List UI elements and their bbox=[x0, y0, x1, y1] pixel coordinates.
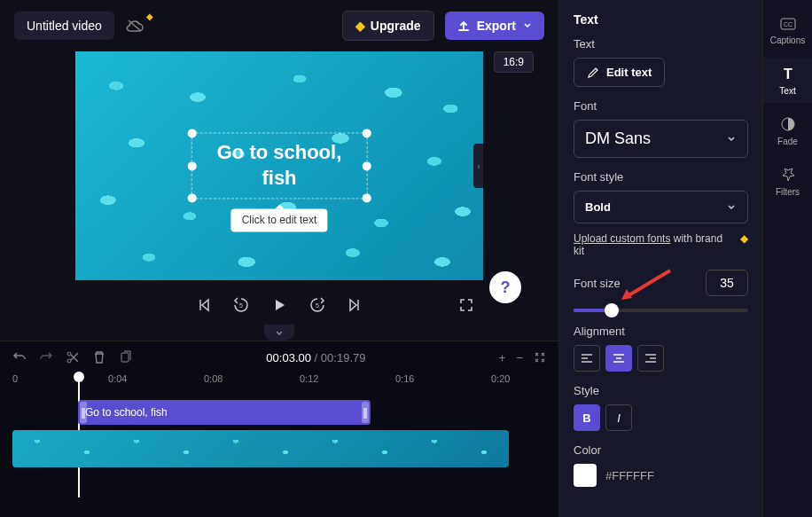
project-title[interactable]: Untitled video bbox=[14, 12, 114, 40]
svg-text:5: 5 bbox=[316, 302, 319, 309]
clip-trim-left[interactable]: ‖ bbox=[80, 402, 87, 423]
video-clip[interactable] bbox=[12, 430, 509, 467]
clip-trim-right[interactable]: ‖ bbox=[362, 402, 369, 423]
video-preview[interactable]: Go to school, fish Click to edit text › bbox=[75, 51, 483, 280]
edit-tooltip: Click to edit text bbox=[231, 209, 328, 232]
fullscreen-button[interactable] bbox=[459, 298, 473, 312]
resize-handle[interactable] bbox=[188, 161, 197, 170]
font-style-label: Font style bbox=[574, 170, 748, 184]
fade-icon bbox=[779, 115, 797, 133]
slider-thumb[interactable] bbox=[605, 303, 619, 317]
text-properties-panel: Text Text Edit text Font DM Sans Font st… bbox=[558, 0, 762, 517]
zoom-fit-button[interactable] bbox=[534, 351, 546, 364]
svg-text:5: 5 bbox=[239, 302, 243, 309]
color-swatch[interactable] bbox=[574, 464, 597, 487]
align-center-button[interactable] bbox=[605, 345, 632, 372]
edit-text-button[interactable]: Edit text bbox=[574, 58, 665, 87]
timeline-ruler[interactable]: 0 0:04 0:08 0:12 0:16 0:20 bbox=[0, 373, 558, 391]
timecode: 00:03.00 / 00:19.79 bbox=[266, 351, 365, 364]
font-label: Font bbox=[574, 99, 748, 113]
resize-handle[interactable] bbox=[362, 161, 371, 170]
sidebar-item-captions[interactable]: CC Captions bbox=[763, 9, 812, 52]
export-label: Export bbox=[477, 19, 516, 33]
color-label: Color bbox=[574, 443, 748, 457]
pen-icon bbox=[587, 67, 599, 79]
play-button[interactable] bbox=[271, 297, 287, 313]
sidebar-item-text[interactable]: T Text bbox=[763, 58, 812, 103]
style-label: Style bbox=[574, 384, 748, 397]
delete-button[interactable] bbox=[92, 350, 106, 364]
svg-rect-5 bbox=[121, 353, 129, 362]
upgrade-button[interactable]: ◆ Upgrade bbox=[342, 11, 434, 41]
skip-end-button[interactable] bbox=[347, 298, 362, 312]
zoom-out-button[interactable]: − bbox=[516, 351, 523, 364]
undo-button[interactable] bbox=[12, 350, 27, 364]
panel-expand-handle[interactable]: › bbox=[473, 144, 483, 188]
diamond-icon: ◆ bbox=[740, 232, 748, 245]
font-style-select[interactable]: Bold bbox=[574, 191, 748, 223]
font-size-slider[interactable] bbox=[574, 309, 748, 312]
align-right-button[interactable] bbox=[637, 345, 664, 372]
sidebar-item-filters[interactable]: Filters bbox=[763, 159, 812, 204]
italic-button[interactable]: I bbox=[605, 404, 632, 431]
redo-button[interactable] bbox=[39, 350, 53, 364]
bold-button[interactable]: B bbox=[574, 404, 600, 431]
svg-point-3 bbox=[67, 359, 71, 363]
diamond-icon: ◆ bbox=[146, 12, 153, 21]
forward-5-button[interactable]: 5 bbox=[308, 296, 326, 314]
split-button[interactable] bbox=[66, 350, 80, 364]
upload-icon bbox=[457, 20, 470, 32]
skip-start-button[interactable] bbox=[197, 298, 211, 312]
overlay-text: Go to school, fish bbox=[217, 140, 342, 191]
zoom-in-button[interactable]: + bbox=[499, 351, 506, 364]
font-size-input[interactable] bbox=[706, 270, 748, 296]
cloud-sync-icon[interactable]: ◆ bbox=[125, 19, 144, 33]
text-label: Text bbox=[574, 37, 748, 51]
panel-heading: Text bbox=[574, 12, 748, 27]
export-button[interactable]: Export bbox=[445, 12, 544, 40]
resize-handle[interactable] bbox=[362, 194, 371, 203]
chevron-down-icon bbox=[726, 134, 737, 145]
color-hex: #FFFFFF bbox=[605, 469, 654, 482]
svg-point-4 bbox=[67, 352, 71, 356]
text-clip[interactable]: ‖ Go to school, fish ‖ bbox=[78, 400, 371, 425]
upload-fonts-link[interactable]: Upload custom fonts with brand kit ◆ bbox=[574, 232, 748, 257]
font-select[interactable]: DM Sans bbox=[574, 120, 748, 158]
captions-icon: CC bbox=[779, 16, 797, 32]
resize-handle[interactable] bbox=[362, 129, 371, 137]
clip-label: Go to school, fish bbox=[85, 406, 168, 419]
svg-text:T: T bbox=[784, 67, 792, 82]
font-size-label: Font size bbox=[574, 277, 621, 290]
aspect-ratio-button[interactable]: 16:9 bbox=[494, 51, 534, 73]
chevron-down-icon bbox=[726, 202, 737, 213]
duplicate-button[interactable] bbox=[119, 350, 133, 364]
upgrade-label: Upgrade bbox=[371, 19, 421, 33]
filters-icon bbox=[779, 166, 797, 184]
text-overlay-box[interactable]: Go to school, fish Click to edit text bbox=[191, 132, 368, 199]
diamond-icon: ◆ bbox=[355, 19, 365, 33]
chevron-down-icon bbox=[523, 21, 532, 30]
align-left-button[interactable] bbox=[574, 345, 600, 372]
help-button[interactable]: ? bbox=[489, 271, 521, 303]
sidebar-item-fade[interactable]: Fade bbox=[763, 108, 812, 153]
rewind-5-button[interactable]: 5 bbox=[232, 296, 250, 314]
text-icon: T bbox=[779, 65, 797, 82]
resize-handle[interactable] bbox=[188, 129, 197, 137]
alignment-label: Alignment bbox=[574, 325, 748, 338]
svg-text:CC: CC bbox=[783, 21, 792, 27]
